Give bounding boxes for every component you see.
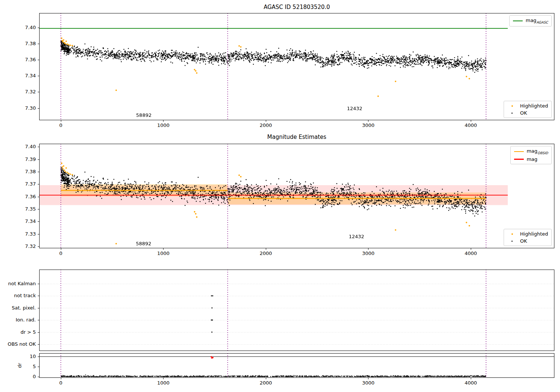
tick-mark [38,234,39,234]
y-tick-label: 7.40 [0,144,36,150]
plot-text-annotation: 12432 [349,234,364,239]
y-tick-label: 7.32 [0,243,36,249]
y-tick-label: 7.36 [0,194,36,200]
x-tick-label: 4000 [464,380,477,386]
x-tick-label: 1000 [157,380,169,386]
tick-mark [38,320,39,320]
y-tick-label: not Kalman [0,281,36,287]
y-tick-label: OBS not OK [0,341,36,347]
tick-mark [38,197,39,197]
tick-mark [163,248,164,250]
y-tick-label: dr > 5 [0,329,36,335]
x-tick-label: 1000 [157,251,169,256]
legend-dot-swatch-icon [507,231,517,237]
legend: HighlightedOK [504,101,552,118]
plot-text-annotation: 58892 [136,112,152,118]
x-tick-label: 2000 [259,380,272,386]
x-tick-label: 0 [59,380,62,386]
legend-label: Highlighted [520,231,548,237]
legend-label: magOBSID [527,148,548,155]
tick-mark [38,108,39,109]
x-tick-label: 3000 [362,380,374,386]
y-tick-label: 7.34 [0,73,36,79]
y-tick-label: 7.35 [0,206,36,212]
legend-label: mag [527,156,538,162]
tick-mark [38,332,39,333]
tick-mark [163,378,164,379]
agasc-mag-axes: magAGASCHighlightedOK [39,13,554,120]
tick-mark [38,344,39,345]
tick-mark [38,209,39,209]
x-tick-label: 1000 [157,122,169,128]
tick-mark [61,378,61,379]
mag-estimates-plot-canvas [39,144,554,248]
y-tick-label: 7.32 [0,89,36,95]
x-tick-label: 3000 [362,122,374,128]
quality-flags-plot-canvas [39,270,554,351]
legend-dot-swatch-icon [507,103,517,109]
tick-mark [38,367,39,367]
legend-item-ok: OK [507,238,548,244]
tick-mark [368,378,368,379]
y-tick-label: 5 [0,364,36,370]
legend: HighlightedOK [504,229,552,246]
tick-mark [38,308,39,308]
tick-mark [38,172,39,172]
tick-mark [368,120,368,122]
y-tick-label: 10 [0,354,36,360]
tick-mark [61,248,61,250]
tick-mark [471,378,471,379]
tick-mark [38,76,39,76]
legend-line-swatch-icon [514,156,524,162]
top-plot-title: AGASC ID 521803520.0 [39,4,554,10]
tick-mark [38,246,39,247]
tick-mark [38,221,39,222]
tick-mark [266,248,266,250]
legend: magOBSIDmag [510,146,552,164]
legend-line-swatch-icon [514,149,524,154]
y-tick-label: 7.37 [0,181,36,187]
tick-mark [163,120,164,122]
tick-mark [61,120,61,122]
y-tick-label: Sat. pixel. [0,305,36,311]
tick-mark [38,284,39,284]
tick-mark [471,120,471,122]
tick-mark [266,120,266,122]
legend-item-magobsid: magOBSID [514,148,548,155]
x-tick-label: 0 [59,251,62,256]
tick-mark [38,44,39,44]
tick-mark [266,378,266,379]
agasc-mag-plot-canvas [39,13,554,120]
y-tick-label: 7.38 [0,41,36,47]
x-tick-label: 4000 [464,122,477,128]
tick-mark [38,28,39,28]
dr-plot-canvas [39,353,554,378]
tick-mark [38,184,39,184]
y-tick-label: 7.39 [0,156,36,162]
plot-text-annotation: 12432 [347,106,362,111]
y-tick-label: Ion. rad. [0,317,36,323]
y-tick-label: 7.40 [0,25,36,31]
tick-mark [38,377,39,377]
legend-dot-swatch-icon [507,111,517,116]
plot-text-annotation: 58892 [136,241,151,246]
tick-mark [38,60,39,60]
dr-axes [39,353,554,378]
tick-mark [38,159,39,160]
mag-estimates-title: Magnitude Estimates [39,134,554,140]
x-tick-label: 0 [59,122,62,128]
legend-item-ok: OK [507,110,548,116]
tick-mark [471,248,471,250]
tick-mark [368,248,368,250]
figure: AGASC ID 521803520.0 magAGASCHighlighted… [0,0,560,392]
y-tick-label: 7.38 [0,169,36,175]
y-tick-label: not track [0,293,36,299]
x-tick-label: 2000 [259,122,272,128]
tick-mark [38,92,39,92]
x-tick-label: 3000 [362,251,374,256]
legend: magAGASC [509,15,552,27]
legend-label: OK [520,110,527,116]
legend-item-magagasc: magAGASC [513,18,548,24]
legend-item-highlighted: Highlighted [507,231,548,237]
quality-flags-axes [39,270,554,351]
